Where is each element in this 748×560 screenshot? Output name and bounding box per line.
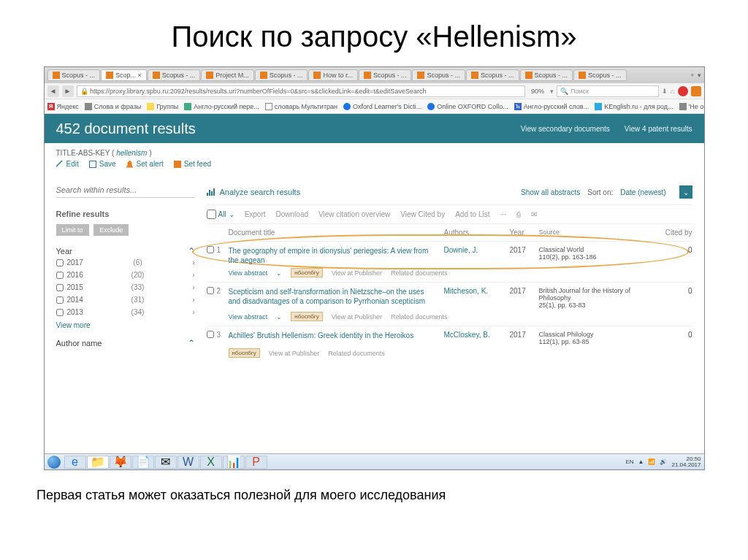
back-button[interactable]: ◄ — [47, 85, 59, 97]
facet-year-header[interactable]: Year⌃ — [56, 246, 195, 256]
view-more-link[interactable]: View more — [56, 321, 195, 329]
set-alert-button[interactable]: Set alert — [126, 160, 164, 168]
exclude-button[interactable]: Exclude — [94, 224, 129, 236]
bookmark[interactable]: ЯЯндекс — [47, 103, 79, 110]
author-link[interactable]: Mitcheson, K. — [444, 287, 510, 309]
doc-title-link[interactable]: Achilles' Brutish Hellenism: Greek ident… — [229, 331, 444, 345]
tab[interactable]: Scopus - ... — [47, 69, 101, 81]
set-feed-button[interactable]: Set feed — [174, 160, 211, 168]
url-input[interactable]: 🔒 https://proxy.library.spbu.ru:2092/res… — [77, 85, 526, 97]
view-publisher-link[interactable]: View at Publisher — [269, 350, 319, 357]
col-doc-title[interactable]: Document title — [229, 229, 444, 237]
author-link[interactable]: McCloskey, B. — [444, 331, 510, 345]
view-cited-by-button[interactable]: View Cited by — [400, 210, 445, 218]
print-icon[interactable]: ⎙ — [516, 210, 521, 218]
taskbar-app[interactable]: 📁 — [87, 456, 109, 469]
tab[interactable]: Scopus - ... — [466, 69, 519, 81]
col-authors[interactable]: Authors — [444, 229, 510, 237]
taskbar-app[interactable]: 📊 — [223, 456, 245, 469]
row-checkbox[interactable] — [207, 246, 214, 253]
view-abstract-link[interactable]: View abstract — [229, 269, 268, 277]
show-abstracts-link[interactable]: Show all abstracts — [521, 188, 580, 196]
sort-value[interactable]: Date (newest) — [620, 188, 665, 196]
bookmark[interactable]: словарь Мультитран — [265, 103, 337, 110]
facet-checkbox[interactable] — [56, 296, 64, 304]
related-docs-link[interactable]: Related documents — [391, 269, 448, 277]
related-docs-link[interactable]: Related documents — [391, 313, 448, 321]
col-year[interactable]: Year — [510, 229, 539, 237]
facet-row[interactable]: 2014(31)› — [56, 294, 195, 306]
limit-to-button[interactable]: Limit to — [56, 224, 89, 236]
tab[interactable]: Project M... — [201, 69, 254, 81]
select-all-checkbox[interactable]: All ⌄ — [207, 210, 234, 219]
sort-dropdown-icon[interactable]: ⌄ — [679, 185, 692, 199]
export-button[interactable]: Export — [245, 210, 266, 218]
bookmark[interactable]: Oxford Learner's Dicti... — [343, 103, 421, 110]
taskbar-app[interactable]: W — [178, 456, 199, 469]
tray-network-icon[interactable]: 📶 — [648, 459, 655, 465]
facet-row[interactable]: 2017(6)› — [56, 256, 195, 269]
col-cited-by[interactable]: Cited by — [656, 229, 692, 237]
adblock-icon[interactable] — [678, 86, 688, 96]
tab[interactable]: Scopus - ... — [412, 69, 465, 81]
facet-checkbox[interactable] — [56, 259, 64, 266]
bookmark[interactable]: ЪАнгло-русский слов... — [514, 103, 589, 110]
analyze-link[interactable]: Analyze search results — [207, 188, 301, 196]
view-publisher-link[interactable]: View at Publisher — [332, 313, 382, 321]
facet-author-header[interactable]: Author name⌃ — [56, 338, 195, 348]
home-icon[interactable]: ⌂ — [671, 88, 674, 95]
taskbar-app[interactable]: 📄 — [132, 456, 154, 469]
tab[interactable]: Scopus - ... — [520, 69, 573, 81]
downloads-icon[interactable]: ⬇ — [662, 88, 668, 95]
download-button[interactable]: Download — [276, 210, 308, 218]
facet-row[interactable]: 2015(33)› — [56, 281, 195, 294]
related-docs-link[interactable]: Related documents — [328, 350, 385, 357]
taskbar-app[interactable]: ✉ — [155, 456, 177, 469]
search-within-input[interactable] — [56, 183, 195, 198]
tray-lang[interactable]: EN — [625, 459, 633, 465]
library-badge[interactable]: нбоспбгу — [291, 268, 322, 277]
tray-sound-icon[interactable]: 🔊 — [660, 459, 667, 465]
tab[interactable]: Scopus - ... — [573, 69, 627, 81]
bookmark[interactable]: Слова и фразы — [85, 103, 141, 110]
doc-title-link[interactable]: Scepticism and self-transformation in Ni… — [229, 287, 444, 309]
facet-row[interactable]: 2016(20)› — [56, 269, 195, 281]
new-tab-icon[interactable]: + — [690, 72, 694, 79]
library-badge[interactable]: нбоспбгу — [229, 348, 260, 358]
col-source[interactable]: Source — [539, 229, 656, 237]
facet-checkbox[interactable] — [56, 284, 64, 291]
facet-checkbox[interactable] — [56, 272, 64, 279]
patent-results-link[interactable]: View 4 patent results — [625, 125, 692, 133]
zoom-level[interactable]: 90% — [528, 88, 547, 95]
tray-icon[interactable]: ▲ — [638, 459, 644, 465]
view-publisher-link[interactable]: View at Publisher — [332, 269, 382, 277]
add-to-list-button[interactable]: Add to List — [455, 210, 489, 218]
tab[interactable]: Scopus - ... — [255, 69, 308, 81]
tab-overflow-icon[interactable]: ▾ — [698, 72, 701, 79]
forward-button[interactable]: ► — [62, 85, 74, 97]
bookmark[interactable]: KEnglish.ru - для род... — [595, 103, 673, 110]
browser-search-input[interactable]: 🔍Поиск — [557, 85, 659, 97]
edit-button[interactable]: Edit — [56, 160, 79, 168]
menu-icon[interactable] — [691, 86, 701, 96]
citation-overview-button[interactable]: View citation overview — [318, 210, 390, 218]
row-checkbox[interactable] — [207, 287, 214, 294]
facet-checkbox[interactable] — [56, 309, 64, 316]
more-button[interactable]: ··· — [500, 210, 505, 218]
taskbar-app[interactable]: P — [245, 456, 267, 469]
author-link[interactable]: Downie, J. — [444, 246, 510, 265]
reader-icon[interactable]: ▾ — [550, 88, 554, 95]
library-badge[interactable]: нбоспбгу — [291, 312, 322, 321]
doc-title-link[interactable]: The geography of empire in dionysius' pe… — [229, 246, 444, 265]
tab[interactable]: Scopus - ... — [359, 69, 412, 81]
tab[interactable]: How to r... — [308, 69, 358, 81]
save-button[interactable]: Save — [89, 160, 116, 168]
bookmark[interactable]: Группы — [147, 103, 178, 110]
start-button[interactable] — [47, 456, 61, 469]
bookmark[interactable]: Англо-русский пере... — [184, 103, 259, 110]
tab-active[interactable]: Scop... × — [101, 69, 147, 81]
taskbar-app[interactable]: 🦊 — [110, 456, 131, 469]
email-icon[interactable]: ✉ — [531, 210, 537, 218]
row-checkbox[interactable] — [207, 331, 214, 338]
bookmark[interactable]: Online OXFORD Collo... — [427, 103, 508, 110]
